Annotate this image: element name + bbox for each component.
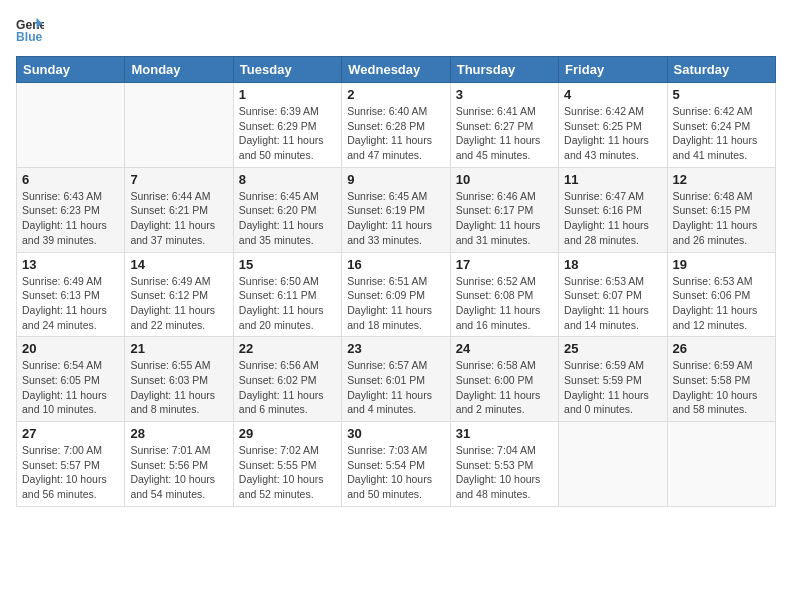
calendar-cell (17, 83, 125, 168)
day-detail: Sunrise: 6:59 AMSunset: 5:59 PMDaylight:… (564, 358, 661, 417)
day-detail: Sunrise: 7:00 AMSunset: 5:57 PMDaylight:… (22, 443, 119, 502)
day-number: 27 (22, 426, 119, 441)
day-number: 8 (239, 172, 336, 187)
day-detail: Sunrise: 6:42 AMSunset: 6:25 PMDaylight:… (564, 104, 661, 163)
day-detail: Sunrise: 6:49 AMSunset: 6:13 PMDaylight:… (22, 274, 119, 333)
day-number: 30 (347, 426, 444, 441)
calendar-cell: 12Sunrise: 6:48 AMSunset: 6:15 PMDayligh… (667, 167, 775, 252)
calendar-cell: 27Sunrise: 7:00 AMSunset: 5:57 PMDayligh… (17, 422, 125, 507)
calendar-cell: 1Sunrise: 6:39 AMSunset: 6:29 PMDaylight… (233, 83, 341, 168)
day-detail: Sunrise: 6:39 AMSunset: 6:29 PMDaylight:… (239, 104, 336, 163)
day-number: 28 (130, 426, 227, 441)
column-header-wednesday: Wednesday (342, 57, 450, 83)
day-number: 20 (22, 341, 119, 356)
day-detail: Sunrise: 6:44 AMSunset: 6:21 PMDaylight:… (130, 189, 227, 248)
day-number: 10 (456, 172, 553, 187)
column-header-friday: Friday (559, 57, 667, 83)
day-detail: Sunrise: 6:53 AMSunset: 6:06 PMDaylight:… (673, 274, 770, 333)
day-number: 19 (673, 257, 770, 272)
day-detail: Sunrise: 6:53 AMSunset: 6:07 PMDaylight:… (564, 274, 661, 333)
column-header-tuesday: Tuesday (233, 57, 341, 83)
day-detail: Sunrise: 6:41 AMSunset: 6:27 PMDaylight:… (456, 104, 553, 163)
day-detail: Sunrise: 6:45 AMSunset: 6:19 PMDaylight:… (347, 189, 444, 248)
calendar-cell: 7Sunrise: 6:44 AMSunset: 6:21 PMDaylight… (125, 167, 233, 252)
calendar-cell: 20Sunrise: 6:54 AMSunset: 6:05 PMDayligh… (17, 337, 125, 422)
column-header-sunday: Sunday (17, 57, 125, 83)
calendar-cell (667, 422, 775, 507)
calendar-cell: 11Sunrise: 6:47 AMSunset: 6:16 PMDayligh… (559, 167, 667, 252)
calendar-cell: 16Sunrise: 6:51 AMSunset: 6:09 PMDayligh… (342, 252, 450, 337)
day-number: 13 (22, 257, 119, 272)
day-number: 6 (22, 172, 119, 187)
day-number: 26 (673, 341, 770, 356)
day-detail: Sunrise: 6:40 AMSunset: 6:28 PMDaylight:… (347, 104, 444, 163)
day-detail: Sunrise: 6:51 AMSunset: 6:09 PMDaylight:… (347, 274, 444, 333)
week-row-3: 13Sunrise: 6:49 AMSunset: 6:13 PMDayligh… (17, 252, 776, 337)
week-row-2: 6Sunrise: 6:43 AMSunset: 6:23 PMDaylight… (17, 167, 776, 252)
day-number: 4 (564, 87, 661, 102)
calendar-cell: 24Sunrise: 6:58 AMSunset: 6:00 PMDayligh… (450, 337, 558, 422)
day-number: 25 (564, 341, 661, 356)
day-detail: Sunrise: 6:57 AMSunset: 6:01 PMDaylight:… (347, 358, 444, 417)
day-number: 7 (130, 172, 227, 187)
calendar-cell: 8Sunrise: 6:45 AMSunset: 6:20 PMDaylight… (233, 167, 341, 252)
day-number: 3 (456, 87, 553, 102)
column-header-saturday: Saturday (667, 57, 775, 83)
week-row-5: 27Sunrise: 7:00 AMSunset: 5:57 PMDayligh… (17, 422, 776, 507)
calendar-cell: 9Sunrise: 6:45 AMSunset: 6:19 PMDaylight… (342, 167, 450, 252)
day-detail: Sunrise: 6:46 AMSunset: 6:17 PMDaylight:… (456, 189, 553, 248)
day-detail: Sunrise: 6:52 AMSunset: 6:08 PMDaylight:… (456, 274, 553, 333)
calendar-cell: 15Sunrise: 6:50 AMSunset: 6:11 PMDayligh… (233, 252, 341, 337)
day-number: 21 (130, 341, 227, 356)
calendar-cell: 21Sunrise: 6:55 AMSunset: 6:03 PMDayligh… (125, 337, 233, 422)
day-number: 5 (673, 87, 770, 102)
day-number: 23 (347, 341, 444, 356)
calendar-cell: 4Sunrise: 6:42 AMSunset: 6:25 PMDaylight… (559, 83, 667, 168)
day-number: 18 (564, 257, 661, 272)
calendar-cell: 17Sunrise: 6:52 AMSunset: 6:08 PMDayligh… (450, 252, 558, 337)
day-detail: Sunrise: 6:50 AMSunset: 6:11 PMDaylight:… (239, 274, 336, 333)
calendar-cell: 13Sunrise: 6:49 AMSunset: 6:13 PMDayligh… (17, 252, 125, 337)
week-row-4: 20Sunrise: 6:54 AMSunset: 6:05 PMDayligh… (17, 337, 776, 422)
logo-icon: General Blue (16, 16, 44, 44)
day-number: 2 (347, 87, 444, 102)
calendar-cell (559, 422, 667, 507)
day-detail: Sunrise: 7:02 AMSunset: 5:55 PMDaylight:… (239, 443, 336, 502)
day-detail: Sunrise: 6:49 AMSunset: 6:12 PMDaylight:… (130, 274, 227, 333)
calendar-cell: 30Sunrise: 7:03 AMSunset: 5:54 PMDayligh… (342, 422, 450, 507)
day-number: 14 (130, 257, 227, 272)
calendar-cell: 31Sunrise: 7:04 AMSunset: 5:53 PMDayligh… (450, 422, 558, 507)
logo: General Blue (16, 16, 44, 44)
day-detail: Sunrise: 6:58 AMSunset: 6:00 PMDaylight:… (456, 358, 553, 417)
calendar-cell (125, 83, 233, 168)
day-number: 11 (564, 172, 661, 187)
calendar-cell: 10Sunrise: 6:46 AMSunset: 6:17 PMDayligh… (450, 167, 558, 252)
header: General Blue (16, 16, 776, 44)
day-detail: Sunrise: 7:04 AMSunset: 5:53 PMDaylight:… (456, 443, 553, 502)
calendar-table: SundayMondayTuesdayWednesdayThursdayFrid… (16, 56, 776, 507)
day-detail: Sunrise: 7:03 AMSunset: 5:54 PMDaylight:… (347, 443, 444, 502)
calendar-cell: 23Sunrise: 6:57 AMSunset: 6:01 PMDayligh… (342, 337, 450, 422)
day-detail: Sunrise: 6:56 AMSunset: 6:02 PMDaylight:… (239, 358, 336, 417)
day-number: 1 (239, 87, 336, 102)
column-header-thursday: Thursday (450, 57, 558, 83)
day-number: 22 (239, 341, 336, 356)
day-detail: Sunrise: 6:45 AMSunset: 6:20 PMDaylight:… (239, 189, 336, 248)
calendar-cell: 26Sunrise: 6:59 AMSunset: 5:58 PMDayligh… (667, 337, 775, 422)
day-detail: Sunrise: 6:48 AMSunset: 6:15 PMDaylight:… (673, 189, 770, 248)
calendar-cell: 3Sunrise: 6:41 AMSunset: 6:27 PMDaylight… (450, 83, 558, 168)
calendar-cell: 19Sunrise: 6:53 AMSunset: 6:06 PMDayligh… (667, 252, 775, 337)
day-detail: Sunrise: 6:59 AMSunset: 5:58 PMDaylight:… (673, 358, 770, 417)
calendar-cell: 2Sunrise: 6:40 AMSunset: 6:28 PMDaylight… (342, 83, 450, 168)
svg-text:Blue: Blue (16, 30, 43, 44)
calendar-cell: 5Sunrise: 6:42 AMSunset: 6:24 PMDaylight… (667, 83, 775, 168)
day-number: 16 (347, 257, 444, 272)
calendar-cell: 25Sunrise: 6:59 AMSunset: 5:59 PMDayligh… (559, 337, 667, 422)
day-number: 12 (673, 172, 770, 187)
day-number: 24 (456, 341, 553, 356)
day-detail: Sunrise: 6:42 AMSunset: 6:24 PMDaylight:… (673, 104, 770, 163)
day-detail: Sunrise: 6:54 AMSunset: 6:05 PMDaylight:… (22, 358, 119, 417)
week-row-1: 1Sunrise: 6:39 AMSunset: 6:29 PMDaylight… (17, 83, 776, 168)
calendar-cell: 6Sunrise: 6:43 AMSunset: 6:23 PMDaylight… (17, 167, 125, 252)
day-number: 31 (456, 426, 553, 441)
